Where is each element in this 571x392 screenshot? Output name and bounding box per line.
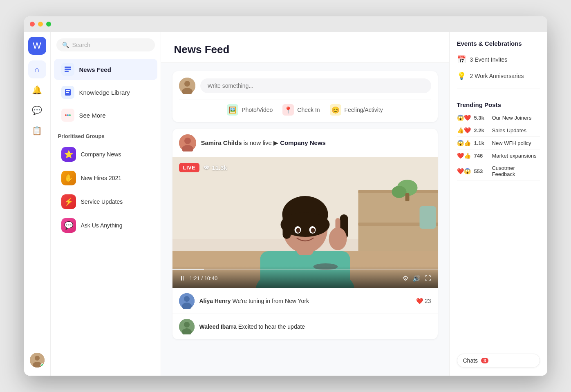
home-button[interactable]: ⌂ xyxy=(28,60,46,78)
settings-button[interactable]: ⚙ xyxy=(403,274,408,282)
group-item-new-hires[interactable]: ✋ New Hires 2021 xyxy=(54,167,157,189)
app-body: W ⌂ 🔔 💬 📋 🔍 xyxy=(24,32,547,376)
comment-author-waleed: Waleed Ibarra xyxy=(199,323,237,330)
main-header: News Feed xyxy=(161,32,449,63)
news-feed-icon xyxy=(61,63,74,76)
company-news-icon: ⭐ xyxy=(61,147,76,162)
trending-reactions-0: 😱❤️ xyxy=(457,114,471,121)
svg-point-11 xyxy=(69,114,71,116)
minimize-button[interactable] xyxy=(38,22,43,27)
check-in-button[interactable]: 📍 Check In xyxy=(282,104,320,116)
ask-us-anything-icon: 💬 xyxy=(61,218,76,233)
comment-text-waleed: Waleed Ibarra Excited to hear the update xyxy=(199,323,305,330)
bookmark-button[interactable]: 📋 xyxy=(28,122,46,140)
work-anniversaries[interactable]: 💡 2 Work Anniversaries xyxy=(457,69,540,83)
calendar-icon: 📅 xyxy=(457,55,466,64)
composer-actions: 🖼️ Photo/Video 📍 Check In 😊 Feeling/Acti… xyxy=(179,100,431,116)
company-news-label: Company News xyxy=(81,151,121,158)
group-item-ask-us-anything[interactable]: 💬 Ask Us Anything xyxy=(54,214,157,236)
eye-icon: 👁 xyxy=(204,164,210,171)
maximize-button[interactable] xyxy=(46,22,51,27)
comment-avatar-waleed xyxy=(179,319,195,334)
trending-reactions-3: ❤️👍 xyxy=(457,152,471,159)
video-overlay-top: LIVE 👁 11.3k xyxy=(172,157,438,178)
trending-count-3: 746 xyxy=(474,153,489,159)
trending-count-1: 2.2k xyxy=(474,127,489,134)
trending-item-0[interactable]: 😱❤️ 5.3k Our New Joiners xyxy=(457,111,540,124)
svg-point-38 xyxy=(296,228,300,233)
chat-button[interactable]: 💬 xyxy=(28,101,46,119)
page-title: News Feed xyxy=(174,43,436,56)
comment-content-aliya: We're tuning in from New York xyxy=(232,298,309,304)
svg-rect-34 xyxy=(282,214,291,239)
post-author-name: Samira Childs xyxy=(201,139,242,146)
reaction-count-aliya: ❤️ 23 xyxy=(416,298,431,304)
titlebar xyxy=(24,16,547,32)
trending-item-1[interactable]: 👍❤️ 2.2k Sales Updates xyxy=(457,124,540,137)
online-indicator xyxy=(40,363,44,367)
close-button[interactable] xyxy=(30,22,35,27)
chats-label: Chats xyxy=(463,357,478,364)
new-hires-icon: ✋ xyxy=(61,171,76,185)
app-window: W ⌂ 🔔 💬 📋 🔍 xyxy=(24,16,547,376)
post-composer: 🖼️ Photo/Video 📍 Check In 😊 Feeling/Acti… xyxy=(172,71,438,122)
event-invites[interactable]: 📅 3 Event Invites xyxy=(457,53,540,67)
main-feed: 🖼️ Photo/Video 📍 Check In 😊 Feeling/Acti… xyxy=(161,63,449,347)
svg-rect-8 xyxy=(66,92,69,93)
notification-button[interactable]: 🔔 xyxy=(28,81,46,99)
trending-label-1: Sales Updates xyxy=(492,127,527,134)
group-item-company-news[interactable]: ⭐ Company News xyxy=(54,143,157,165)
feeling-label: Feeling/Activity xyxy=(345,107,383,113)
video-player[interactable]: LIVE 👁 11.3k ⏸ xyxy=(172,157,438,288)
brand-logo[interactable]: W xyxy=(28,37,46,55)
svg-point-44 xyxy=(184,296,190,302)
post-arrow: ▶ xyxy=(273,139,278,146)
main-content: News Feed xyxy=(161,32,449,376)
work-anniversaries-label: 2 Work Anniversaries xyxy=(470,73,524,79)
trending-count-0: 5.3k xyxy=(474,115,489,121)
user-avatar[interactable] xyxy=(30,353,45,368)
svg-point-47 xyxy=(184,322,190,327)
fullscreen-button[interactable]: ⛶ xyxy=(425,275,431,282)
comment-text-aliya: Aliya Henry We're tuning in from New Yor… xyxy=(199,298,309,304)
sidebar-item-knowledge-library[interactable]: Knowledge Library xyxy=(54,82,157,103)
post-action: is now live xyxy=(244,139,273,146)
feeling-button[interactable]: 😊 Feeling/Activity xyxy=(330,104,383,116)
post-header: Samira Childs is now live ▶ Company News xyxy=(172,129,438,157)
news-feed-label: News Feed xyxy=(79,66,111,73)
sidebar-item-see-more[interactable]: See More xyxy=(54,105,157,126)
live-badge: LIVE xyxy=(179,163,200,172)
check-in-label: Check In xyxy=(297,107,320,113)
play-pause-button[interactable]: ⏸ xyxy=(179,275,186,282)
service-updates-label: Service Updates xyxy=(81,198,123,205)
knowledge-library-label: Knowledge Library xyxy=(79,89,130,96)
svg-point-9 xyxy=(65,114,67,116)
trending-item-3[interactable]: ❤️👍 746 Market expansions xyxy=(457,149,540,162)
post-group[interactable]: Company News xyxy=(280,139,326,146)
group-item-service-updates[interactable]: ⚡ Service Updates xyxy=(54,191,157,213)
search-bar[interactable]: 🔍 Search xyxy=(56,38,155,51)
trending-reactions-2: 😱👍 xyxy=(457,140,471,146)
trending-label-0: Our New Joiners xyxy=(492,115,532,121)
svg-point-10 xyxy=(67,114,69,116)
right-panel: Events & Celebrations 📅 3 Event Invites … xyxy=(449,32,547,376)
svg-rect-5 xyxy=(65,71,69,72)
post-meta: Samira Childs is now live ▶ Company News xyxy=(201,139,326,147)
trending-label-3: Market expansions xyxy=(492,153,537,159)
knowledge-library-icon xyxy=(61,86,74,99)
compose-input[interactable] xyxy=(200,78,431,93)
trending-item-4[interactable]: ❤️😱 553 Cusotmer Feedback xyxy=(457,162,540,180)
viewer-count: 👁 11.3k xyxy=(204,164,227,171)
trending-reactions-4: ❤️😱 xyxy=(457,168,471,174)
volume-button[interactable]: 🔊 xyxy=(412,274,421,282)
comment-avatar-aliya xyxy=(179,293,195,309)
events-section-title: Events & Celebrations xyxy=(457,40,540,47)
chats-bar[interactable]: Chats 3 xyxy=(457,354,540,368)
trending-item-2[interactable]: 😱👍 1.1k New WFH policy xyxy=(457,137,540,149)
comment-content-waleed: Excited to hear the update xyxy=(238,323,305,330)
photo-video-button[interactable]: 🖼️ Photo/Video xyxy=(227,104,273,116)
sidebar: 🔍 Search News Feed Knowledge Library xyxy=(51,32,161,376)
see-more-label: See More xyxy=(79,112,106,119)
sidebar-item-news-feed[interactable]: News Feed xyxy=(54,59,157,80)
svg-point-24 xyxy=(392,186,406,198)
